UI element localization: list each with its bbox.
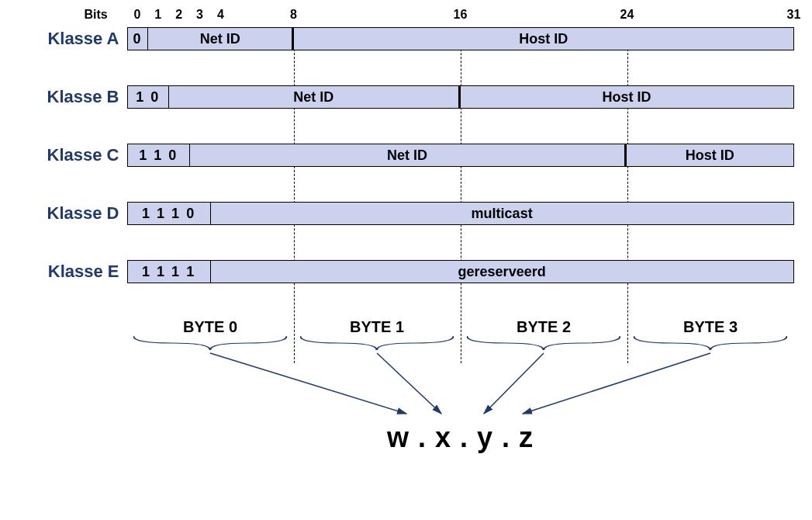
- segment-110: 1 1 0: [128, 144, 190, 166]
- segment-0: 0: [128, 28, 149, 50]
- bit-number-8: 8: [290, 8, 297, 22]
- bit-number-4: 4: [217, 8, 224, 22]
- byte-labels-row: BYTE 0 BYTE 1 BYTE 2 BYTE 3: [127, 318, 794, 336]
- brace-2: [467, 336, 620, 350]
- segment-10: 1 0: [128, 86, 170, 108]
- segment-gereserveerd: gereserveerd: [211, 261, 793, 283]
- svg-line-1: [377, 353, 441, 414]
- class-row-klasse-b: Klasse B1 0Net IDHost ID: [19, 85, 794, 109]
- brace-3: [634, 336, 787, 350]
- segment-hostid: Host ID: [294, 28, 793, 50]
- byte-1-label: BYTE 1: [294, 318, 461, 336]
- class-label: Klasse E: [19, 262, 127, 282]
- class-bar: 1 1 0Net IDHost ID: [127, 144, 794, 167]
- class-label: Klasse C: [19, 145, 127, 165]
- segment-1110: 1 1 1 0: [128, 203, 211, 224]
- bits-header: Bits 012348162431: [127, 8, 794, 27]
- class-row-klasse-c: Klasse C1 1 0Net IDHost ID: [19, 144, 794, 167]
- svg-line-3: [523, 353, 710, 414]
- class-label: Klasse D: [19, 203, 127, 224]
- segment-multicast: multicast: [211, 203, 793, 224]
- bit-number-0: 0: [133, 8, 140, 22]
- byte-3-label: BYTE 3: [627, 318, 794, 336]
- bit-number-2: 2: [175, 8, 182, 22]
- arrows: [127, 352, 794, 421]
- bit-number-1: 1: [154, 8, 161, 22]
- segment-netid: Net ID: [169, 86, 460, 108]
- bit-number-3: 3: [196, 8, 203, 22]
- ip-class-diagram: Bits 012348162431 Klasse A0Net IDHost ID…: [19, 8, 794, 454]
- svg-line-2: [484, 353, 544, 414]
- bit-number-31: 31: [787, 8, 801, 22]
- bit-number-24: 24: [620, 8, 634, 22]
- class-row-klasse-a: Klasse A0Net IDHost ID: [19, 27, 794, 50]
- bit-number-16: 16: [454, 8, 468, 22]
- byte-2-label: BYTE 2: [461, 318, 627, 336]
- segment-netid: Net ID: [190, 144, 627, 166]
- class-bar: 1 1 1 0multicast: [127, 202, 794, 225]
- class-label: Klasse A: [19, 29, 127, 49]
- segment-hostid: Host ID: [461, 86, 793, 108]
- class-bar: 1 0Net IDHost ID: [127, 85, 794, 109]
- class-row-klasse-d: Klasse D1 1 1 0multicast: [19, 202, 794, 225]
- brace-0: [133, 336, 287, 350]
- brace-row: [127, 336, 794, 352]
- brace-1: [300, 336, 454, 350]
- byte-0-label: BYTE 0: [127, 318, 294, 336]
- segment-netid: Net ID: [148, 28, 294, 50]
- segment-1111: 1 1 1 1: [128, 261, 211, 283]
- bits-label: Bits: [85, 8, 108, 22]
- class-bar: 1 1 1 1gereserveerd: [127, 260, 794, 283]
- dotted-notation: w . x . y . z: [127, 421, 794, 454]
- class-bar: 0Net IDHost ID: [127, 27, 794, 50]
- class-label: Klasse B: [19, 87, 127, 107]
- svg-line-0: [210, 353, 406, 414]
- segment-hostid: Host ID: [627, 144, 793, 166]
- class-row-klasse-e: Klasse E1 1 1 1gereserveerd: [19, 260, 794, 283]
